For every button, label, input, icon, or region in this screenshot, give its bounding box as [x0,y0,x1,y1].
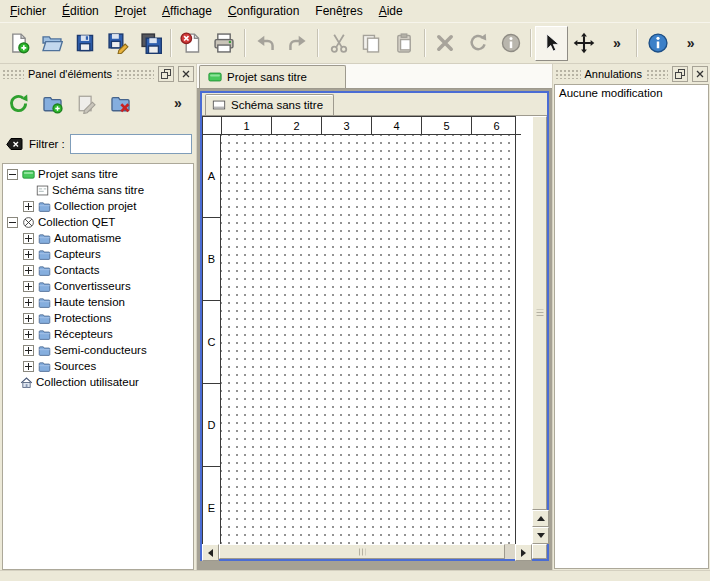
float-panel-button[interactable] [672,66,688,82]
schema-tab[interactable]: Schéma sans titre [205,94,334,115]
rotate-selection-button[interactable] [461,26,494,61]
tree-item-recepteurs[interactable]: Récepteurs [3,326,193,342]
expand-icon[interactable] [23,345,34,356]
expand-icon[interactable] [23,281,34,292]
tree-item-collection-qet[interactable]: Collection QET [3,214,193,230]
dock-grip[interactable] [555,69,581,79]
scroll-right-button[interactable] [515,544,532,561]
new-document-button[interactable] [3,26,36,61]
dock-grip[interactable] [646,69,668,79]
tree-item-automatisme[interactable]: Automatisme [3,230,193,246]
tree-item-sources[interactable]: Sources [3,358,193,374]
open-project-button[interactable] [36,26,69,61]
print-button[interactable] [208,26,241,61]
tree-item-collection-projet[interactable]: Collection projet [3,198,193,214]
menu-configuration[interactable]: Configuration [220,0,307,22]
tree-item-haute-tension[interactable]: Haute tension [3,294,193,310]
close-panel-button[interactable] [692,66,708,82]
menu-projet[interactable]: Projet [107,0,154,22]
horizontal-scrollbar[interactable] [202,544,532,559]
pan-mode-button[interactable] [568,26,601,61]
float-panel-button[interactable] [158,66,174,82]
select-mode-button[interactable] [535,26,568,61]
move-arrows-icon [573,32,595,54]
cut-button[interactable] [322,26,355,61]
folder-icon [37,295,51,309]
panel-overflow-button[interactable]: » [164,89,192,117]
menu-aide[interactable]: Aide [371,0,411,22]
expand-icon[interactable] [23,297,34,308]
scroll-left-button[interactable] [202,544,219,561]
menu-affichage[interactable]: Affichage [154,0,220,22]
undo-dock-titlebar[interactable]: Annulations [553,64,710,84]
dock-grip[interactable] [2,69,24,79]
grid-dots-area[interactable] [221,135,515,544]
qet-collection-icon [21,215,35,229]
expand-icon[interactable] [23,233,34,244]
delete-element-icon [110,93,131,114]
expand-icon[interactable] [23,361,34,372]
close-project-button[interactable] [175,26,208,61]
vertical-scrollbar[interactable] [532,116,547,544]
tree-item-convertisseurs[interactable]: Convertisseurs [3,278,193,294]
undo-button[interactable] [249,26,282,61]
expand-icon[interactable] [23,329,34,340]
new-element-button[interactable] [38,89,66,117]
expand-icon[interactable] [23,313,34,324]
scroll-down-button[interactable] [532,527,549,544]
float-icon [675,69,685,79]
tree-item-project[interactable]: Projet sans titre [3,166,193,182]
tree-item-protections[interactable]: Protections [3,310,193,326]
edit-element-button[interactable] [72,89,100,117]
dock-grip[interactable] [116,69,154,79]
undo-empty-state: Aucune modification [555,85,708,101]
delete-element-button[interactable] [106,89,134,117]
arrow-right-icon [521,549,526,557]
tree-item-collection-utilisateur[interactable]: Collection utilisateur [3,374,193,390]
collapse-icon[interactable] [7,217,18,228]
clear-filter-button[interactable] [4,135,24,153]
undo-history-list[interactable]: Aucune modification [554,84,709,569]
menu-fenetres[interactable]: Fenêtres [307,0,370,22]
filter-input[interactable] [70,134,192,154]
delete-selection-button[interactable] [429,26,462,61]
project-tab[interactable]: Projet sans titre [199,65,346,88]
diagram-canvas[interactable]: 1 2 3 4 5 6 A B C [202,116,532,544]
tree-item-contacts[interactable]: Contacts [3,262,193,278]
expand-icon[interactable] [23,201,34,212]
tree-item-schema[interactable]: Schéma sans titre [3,182,193,198]
tree-item-capteurs[interactable]: Capteurs [3,246,193,262]
tree-item-semi-conducteurs[interactable]: Semi-conducteurs [3,342,193,358]
elements-panel-titlebar[interactable]: Panel d'éléments [0,64,196,84]
diagram-info-button[interactable] [494,26,527,61]
save-as-button[interactable] [101,26,134,61]
arrow-left-icon [208,549,213,557]
collapse-icon[interactable] [7,169,18,180]
rotate-icon [467,32,489,54]
about-qet-button[interactable] [641,26,674,61]
schema-icon [212,98,226,112]
scrollbar-track[interactable] [505,544,515,559]
scroll-up-button[interactable] [532,510,549,527]
expand-icon[interactable] [23,249,34,260]
redo-button[interactable] [281,26,314,61]
horizontal-scrollbar-thumb[interactable] [219,544,505,559]
window-overflow-button[interactable]: » [674,26,707,61]
edit-element-icon [76,93,97,114]
tree-item-label: Collection utilisateur [36,376,139,388]
header-corner [203,117,222,135]
copy-button[interactable] [355,26,388,61]
menu-edition[interactable]: Édition [54,0,107,22]
folder-icon [37,247,51,261]
close-panel-button[interactable] [178,66,194,82]
filter-row: Filtrer : [0,128,196,160]
column-header: 2 [272,117,322,135]
vertical-scrollbar-thumb[interactable] [532,116,547,510]
save-button[interactable] [69,26,102,61]
reload-collections-button[interactable] [4,89,32,117]
toolbar-overflow-button[interactable]: » [601,26,634,61]
save-all-button[interactable] [134,26,167,61]
paste-button[interactable] [388,26,421,61]
menu-fichier[interactable]: Fichier [2,0,54,22]
expand-icon[interactable] [23,265,34,276]
